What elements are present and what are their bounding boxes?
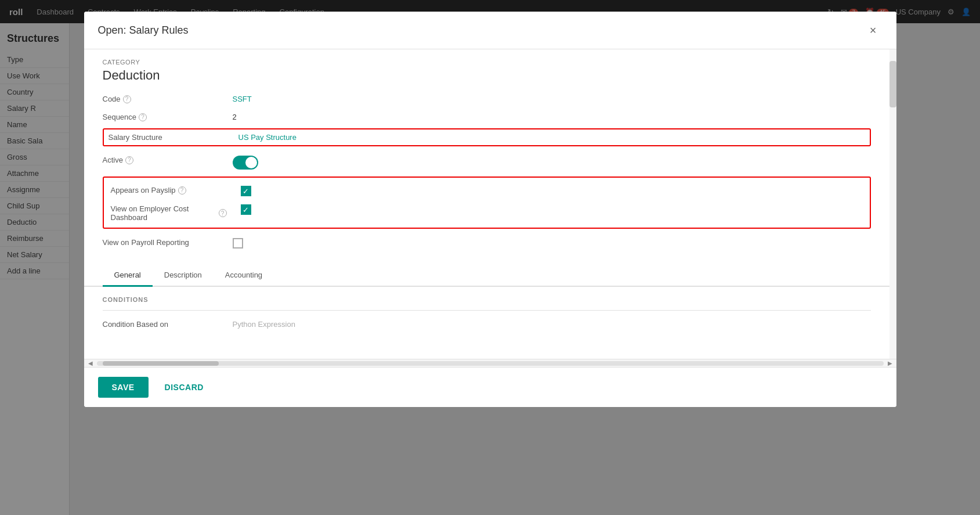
sequence-field-row: Sequence ? 2	[103, 110, 871, 121]
condition-based-on-label: Condition Based on	[103, 318, 219, 329]
salary-structure-highlighted-row: Salary Structure US Pay Structure	[103, 128, 871, 146]
discard-button[interactable]: DISCARD	[156, 377, 213, 398]
view-employer-cost-value: ✓	[241, 202, 863, 215]
appears-on-payslip-value: ✓	[241, 183, 863, 196]
tabs-container: General Description Accounting	[84, 265, 889, 287]
view-employer-cost-checkbox[interactable]: ✓	[241, 204, 251, 215]
active-toggle[interactable]	[233, 156, 258, 170]
scroll-thumb	[103, 361, 219, 366]
condition-based-on-row: Condition Based on Python Expression	[84, 318, 889, 329]
active-label: Active ?	[103, 153, 219, 164]
conditions-divider	[103, 310, 871, 311]
toggle-knob	[245, 157, 257, 168]
view-employer-cost-row: View on Employer Cost Dashboard ? ✓	[111, 202, 863, 222]
salary-structure-value[interactable]: US Pay Structure	[238, 133, 865, 142]
save-button[interactable]: SAVE	[98, 377, 149, 398]
scrollbar-thumb	[889, 61, 896, 107]
scroll-left-arrow[interactable]: ◀	[86, 359, 95, 368]
category-value: Deduction	[103, 68, 871, 83]
active-field-row: Active ?	[103, 153, 871, 170]
appears-on-payslip-row: Appears on Payslip ? ✓	[111, 183, 863, 196]
view-payroll-reporting-label: View on Payroll Reporting	[103, 236, 219, 247]
horizontal-scrollbar[interactable]: ◀ ▶	[84, 359, 896, 367]
code-value: SSFT	[233, 92, 871, 103]
category-label: Category	[103, 59, 871, 66]
vertical-scrollbar[interactable]	[889, 49, 896, 359]
modal-footer: SAVE DISCARD	[84, 367, 896, 407]
bottom-spacer	[84, 336, 889, 359]
scroll-right-arrow[interactable]: ▶	[886, 359, 894, 368]
check-icon-2: ✓	[243, 206, 249, 214]
code-help-icon[interactable]: ?	[123, 95, 131, 103]
condition-based-on-value: Python Expression	[233, 318, 871, 329]
modal-overlay: Open: Salary Rules × Category Deduction …	[0, 0, 980, 515]
appears-on-payslip-label: Appears on Payslip ?	[111, 183, 227, 195]
active-toggle-container	[233, 153, 871, 170]
code-label: Code ?	[103, 92, 219, 103]
view-payroll-reporting-checkbox[interactable]	[233, 238, 243, 249]
conditions-section-header: CONDITIONS	[103, 296, 871, 303]
tab-general[interactable]: General	[103, 265, 153, 287]
view-payroll-reporting-value	[233, 236, 871, 249]
salary-rules-modal: Open: Salary Rules × Category Deduction …	[84, 12, 896, 407]
view-employer-cost-help-icon[interactable]: ?	[219, 209, 227, 217]
appears-on-payslip-help-icon[interactable]: ?	[178, 186, 186, 195]
sequence-label: Sequence ?	[103, 110, 219, 121]
active-help-icon[interactable]: ?	[125, 156, 133, 164]
tab-description[interactable]: Description	[153, 265, 214, 287]
view-payroll-reporting-row: View on Payroll Reporting	[103, 236, 871, 249]
category-section: Category Deduction Code ? SSFT Sequence …	[84, 49, 889, 265]
appears-on-payslip-checkbox[interactable]: ✓	[241, 186, 251, 196]
payslip-section-highlighted: Appears on Payslip ? ✓ View on Employer	[103, 177, 871, 229]
modal-close-button[interactable]: ×	[864, 21, 883, 39]
sequence-value: 2	[233, 110, 871, 121]
scroll-track	[97, 361, 884, 366]
modal-header: Open: Salary Rules ×	[84, 12, 896, 49]
salary-structure-label: Salary Structure	[109, 133, 225, 142]
modal-body[interactable]: Category Deduction Code ? SSFT Sequence …	[84, 49, 896, 359]
sequence-help-icon[interactable]: ?	[139, 113, 147, 121]
check-icon: ✓	[243, 188, 249, 195]
view-employer-cost-label: View on Employer Cost Dashboard ?	[111, 202, 227, 222]
tab-accounting[interactable]: Accounting	[214, 265, 274, 287]
code-field-row: Code ? SSFT	[103, 92, 871, 103]
modal-title: Open: Salary Rules	[98, 24, 189, 37]
